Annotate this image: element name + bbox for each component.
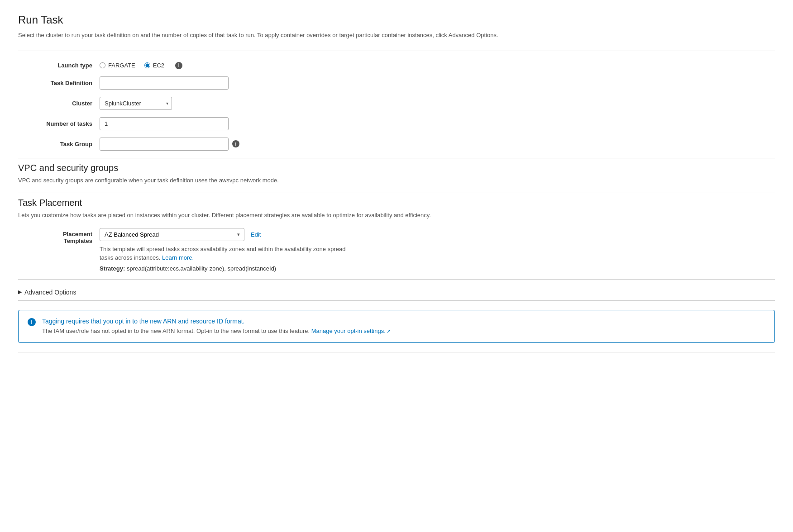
num-tasks-input[interactable] (100, 117, 229, 130)
cluster-row: Cluster SplunkCluster ▾ (18, 97, 775, 110)
fargate-label: FARGATE (108, 62, 135, 69)
edit-link[interactable]: Edit (251, 231, 261, 238)
placement-templates-row: PlacementTemplates AZ Balanced Spread AZ… (18, 228, 775, 272)
ec2-option[interactable]: EC2 (144, 62, 164, 69)
placement-select-wrapper: AZ Balanced Spread AZ Balanced BinPack B… (100, 228, 244, 241)
cluster-select-wrapper: SplunkCluster ▾ (100, 97, 172, 110)
task-placement-heading: Task Placement (18, 198, 775, 208)
main-form: Launch type FARGATE EC2 i Task Definitio… (18, 62, 775, 151)
task-placement-divider (18, 193, 775, 193)
launch-type-row: Launch type FARGATE EC2 i (18, 62, 775, 69)
advanced-options-bottom-divider (18, 300, 775, 301)
placement-controls: AZ Balanced Spread AZ Balanced BinPack B… (100, 228, 353, 241)
manage-opt-in-link[interactable]: Manage your opt-in settings.↗ (311, 328, 391, 334)
tagging-notice-body: The IAM user/role has not opted in to th… (42, 327, 391, 336)
num-tasks-row: Number of tasks (18, 117, 775, 130)
page-description: Select the cluster to run your task defi… (18, 31, 775, 40)
task-group-input[interactable] (100, 138, 229, 151)
task-definition-row: Task Definition ec2Splunk (18, 76, 775, 90)
cluster-select[interactable]: SplunkCluster (100, 97, 172, 110)
bottom-divider (18, 352, 775, 352)
task-group-info-icon[interactable]: i (232, 140, 239, 147)
launch-type-group: FARGATE EC2 i (100, 62, 182, 69)
strategy-label: Strategy: (100, 265, 125, 272)
top-divider (18, 51, 775, 51)
placement-template-description: This template will spread tasks across a… (100, 245, 353, 262)
fargate-option[interactable]: FARGATE (100, 62, 135, 69)
advanced-options-row[interactable]: ▶ Advanced Options (18, 284, 775, 300)
vpc-section-divider (18, 158, 775, 158)
tagging-notice-title: Tagging requires that you opt in to the … (42, 318, 391, 325)
launch-type-info-icon[interactable]: i (175, 62, 182, 69)
page-title: Run Task (18, 14, 775, 26)
task-group-row: Task Group i (18, 138, 775, 151)
ec2-radio[interactable] (144, 62, 150, 68)
vpc-section-heading: VPC and security groups (18, 163, 775, 173)
cluster-label: Cluster (18, 100, 100, 107)
tagging-notice-content: Tagging requires that you opt in to the … (42, 318, 391, 336)
advanced-chevron-icon: ▶ (18, 289, 22, 295)
strategy-text: Strategy: spread(attribute:ecs.availabil… (100, 265, 353, 272)
launch-type-label: Launch type (18, 62, 100, 69)
strategy-value: spread(attribute:ecs.availability-zone),… (127, 265, 276, 272)
num-tasks-label: Number of tasks (18, 120, 100, 127)
external-link-icon: ↗ (387, 328, 391, 334)
placement-template-select[interactable]: AZ Balanced Spread AZ Balanced BinPack B… (100, 228, 244, 241)
placement-templates-label: PlacementTemplates (18, 228, 100, 244)
placement-row-content: AZ Balanced Spread AZ Balanced BinPack B… (100, 228, 353, 272)
advanced-options-divider (18, 279, 775, 280)
fargate-radio[interactable] (100, 62, 105, 68)
advanced-options-label: Advanced Options (24, 289, 76, 296)
tagging-notice: i Tagging requires that you opt in to th… (18, 310, 775, 343)
learn-more-link[interactable]: Learn more. (162, 254, 194, 261)
task-definition-input[interactable]: ec2Splunk (100, 76, 229, 90)
task-placement-description: Lets you customize how tasks are placed … (18, 211, 775, 220)
tagging-notice-info-icon: i (28, 318, 36, 326)
vpc-section-description: VPC and security groups are configurable… (18, 176, 775, 185)
task-definition-label: Task Definition (18, 80, 100, 86)
task-group-label: Task Group (18, 141, 100, 147)
ec2-label: EC2 (153, 62, 164, 69)
